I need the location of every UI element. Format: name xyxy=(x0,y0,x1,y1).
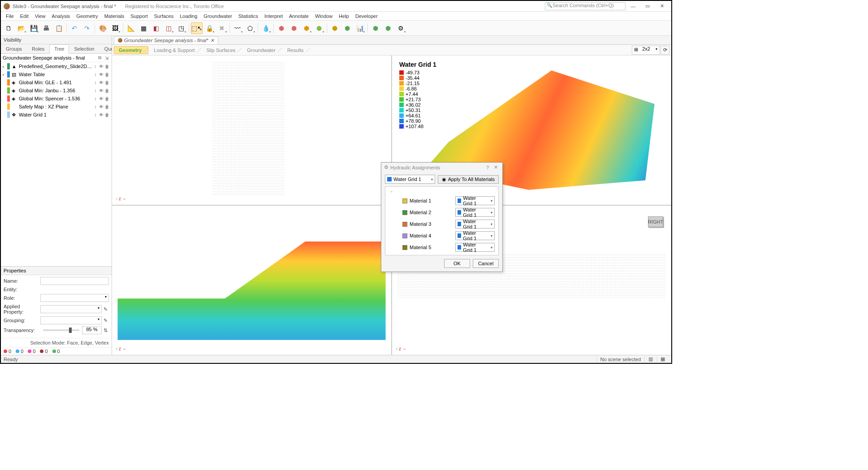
curve-button[interactable]: 〰▾ xyxy=(232,22,243,34)
color-wheel-button[interactable]: 🎨 xyxy=(97,22,108,34)
trash-icon[interactable]: 🗑 xyxy=(104,80,110,85)
menu-file[interactable]: File xyxy=(3,13,17,20)
tree-item[interactable]: ❖Water Grid 1↕👁🗑 xyxy=(1,111,112,119)
result1-button[interactable]: ⬢ xyxy=(370,22,381,34)
status-layers-icon[interactable]: ▥ xyxy=(644,356,656,362)
redo-button[interactable]: ↷ xyxy=(81,22,93,34)
cube3-button[interactable]: ⬢▾ xyxy=(301,22,312,34)
tree-item[interactable]: ◈Global Min: Janbu - 1.356↕👁🗑 xyxy=(1,86,112,95)
viewport-bottom-left[interactable]: z xyxy=(112,206,391,355)
close-button[interactable]: ✕ xyxy=(655,2,669,11)
trash-icon[interactable]: 🗑 xyxy=(104,88,110,93)
viewport-layout-selector[interactable]: 2x2 xyxy=(632,46,660,55)
tree-item[interactable]: Safety Map : XZ Plane↕👁🗑 xyxy=(1,103,112,111)
menu-groundwater[interactable]: Groundwater xyxy=(200,13,235,20)
tab-groups[interactable]: Groups xyxy=(1,44,27,53)
tree-item[interactable]: ▸▲Predefined_Geometry_Slide2D_22↕👁🗑 xyxy=(1,62,112,70)
menu-geometry[interactable]: Geometry xyxy=(73,13,101,20)
orientation-cube[interactable]: RIGHT xyxy=(648,216,663,227)
print-button[interactable]: 🖶 xyxy=(40,22,52,34)
move-icon[interactable]: ↕ xyxy=(93,72,98,77)
tree-item[interactable]: ▸▧Water Table↕👁🗑 xyxy=(1,70,112,78)
material-grid-select[interactable]: Water Grid 1 xyxy=(455,196,495,205)
grid-select[interactable]: Water Grid 1 xyxy=(385,175,435,184)
doc-tab-active[interactable]: Groundwater Seepage analysis - final* ✕ xyxy=(114,36,218,44)
open-button[interactable]: 📂▾ xyxy=(15,22,27,34)
move-icon[interactable]: ↕ xyxy=(93,96,98,101)
menu-analysis[interactable]: Analysis xyxy=(48,13,73,20)
crumb-loading[interactable]: Loading & Support xyxy=(149,47,201,54)
maximize-button[interactable]: ▭ xyxy=(641,2,654,11)
prop-role-field[interactable]: ▾ xyxy=(40,294,109,302)
status-grid-icon[interactable]: ▦ xyxy=(656,356,669,362)
material-grid-select[interactable]: Water Grid 1 xyxy=(455,208,495,217)
calc2-button[interactable]: ⬢ xyxy=(341,22,353,34)
menu-view[interactable]: View xyxy=(32,13,49,20)
doc-tab-close-icon[interactable]: ✕ xyxy=(210,38,214,43)
menu-edit[interactable]: Edit xyxy=(17,13,32,20)
minimize-button[interactable]: — xyxy=(626,2,640,11)
settings-button[interactable]: ⚙▾ xyxy=(395,22,406,34)
box-button[interactable]: ◧ xyxy=(150,22,162,34)
trash-icon[interactable]: 🗑 xyxy=(104,72,110,77)
trash-icon[interactable]: 🗑 xyxy=(104,64,110,69)
edit-applied-icon[interactable]: ✎ xyxy=(102,306,109,312)
tree-item[interactable]: ◈Global Min: GLE - 1.491↕👁🗑 xyxy=(1,78,112,86)
crumb-groundwater[interactable]: Groundwater xyxy=(242,47,282,54)
prop-applied-field[interactable]: ▾ xyxy=(40,305,102,313)
menu-help[interactable]: Help xyxy=(336,13,352,20)
menu-materials[interactable]: Materials xyxy=(101,13,128,20)
select-button[interactable]: ⬚↖ xyxy=(191,22,203,34)
menu-support[interactable]: Support xyxy=(127,13,151,20)
apply-all-button[interactable]: ◉Apply To All Materials xyxy=(438,175,499,184)
trash-icon[interactable]: 🗑 xyxy=(104,96,110,101)
eye-icon[interactable]: 👁 xyxy=(99,104,104,109)
dialog-help-button[interactable]: ? xyxy=(484,165,492,170)
result2-button[interactable]: ⬢ xyxy=(382,22,394,34)
edit-grouping-icon[interactable]: ✎ xyxy=(102,318,109,323)
chart-button[interactable]: 📊▾ xyxy=(354,22,366,34)
tab-tree[interactable]: Tree xyxy=(49,44,69,54)
calc1-button[interactable]: ⬢ xyxy=(329,22,341,34)
eye-icon[interactable]: 👁 xyxy=(99,80,104,85)
water-button[interactable]: 💧▾ xyxy=(260,22,272,34)
cube1-button[interactable]: ⬢ xyxy=(276,22,287,34)
eye-icon[interactable]: 👁 xyxy=(99,96,104,101)
cube4-button[interactable]: ⬢▾ xyxy=(313,22,325,34)
tree-copy-icon[interactable]: ⧉ xyxy=(96,55,103,60)
move-icon[interactable]: ↕ xyxy=(93,112,98,117)
cube2-button[interactable]: ⬢ xyxy=(288,22,300,34)
ok-button[interactable]: OK xyxy=(444,259,470,268)
prop-grouping-field[interactable]: ▾ xyxy=(40,316,102,324)
tree-item[interactable]: ◈Global Min: Spencer - 1.536↕👁🗑 xyxy=(1,95,112,103)
material-grid-select[interactable]: Water Grid 1 xyxy=(455,220,495,229)
new-button[interactable]: 🗋 xyxy=(3,22,14,34)
undo-button[interactable]: ↶ xyxy=(69,22,80,34)
move-icon[interactable]: ↕ xyxy=(93,104,98,109)
crumb-geometry[interactable]: Geometry xyxy=(114,46,148,54)
eye-icon[interactable]: 👁 xyxy=(99,72,104,77)
menu-statistics[interactable]: Statistics xyxy=(235,13,261,20)
menu-window[interactable]: Window xyxy=(312,13,336,20)
menu-developer[interactable]: Developer xyxy=(352,13,381,20)
menu-surfaces[interactable]: Surfaces xyxy=(151,13,177,20)
eye-icon[interactable]: 👁 xyxy=(99,112,104,117)
dialog-close-button[interactable]: ✕ xyxy=(492,164,500,170)
wireframe-button[interactable]: ◫▾ xyxy=(163,22,174,34)
tab-selection[interactable]: Selection xyxy=(69,44,99,53)
material-grid-select[interactable]: Water Grid 1 xyxy=(455,243,495,252)
save-button[interactable]: 💾▾ xyxy=(28,22,39,34)
grid-button[interactable]: ▦ xyxy=(138,22,149,34)
menu-annotate[interactable]: Annotate xyxy=(286,13,312,20)
tree-root-row[interactable]: Groundwater Seepage analysis - final ⧉ ⇲ xyxy=(1,54,112,62)
crumb-slip[interactable]: Slip Surfaces xyxy=(202,47,242,54)
viewport-top-left[interactable]: z xyxy=(112,56,391,205)
collapse-chevron-icon[interactable]: ⌄ xyxy=(387,189,497,195)
transparency-stepper[interactable]: ⇅ xyxy=(102,328,109,333)
menu-loading[interactable]: Loading xyxy=(177,13,200,20)
menu-interpret[interactable]: Interpret xyxy=(261,13,286,20)
render-button[interactable]: 🖼▾ xyxy=(109,22,121,34)
transparency-value[interactable]: 85 % xyxy=(82,326,102,334)
viewport-refresh-button[interactable]: ⟳ xyxy=(661,46,669,55)
isoline-button[interactable]: ◳▾ xyxy=(175,22,187,34)
